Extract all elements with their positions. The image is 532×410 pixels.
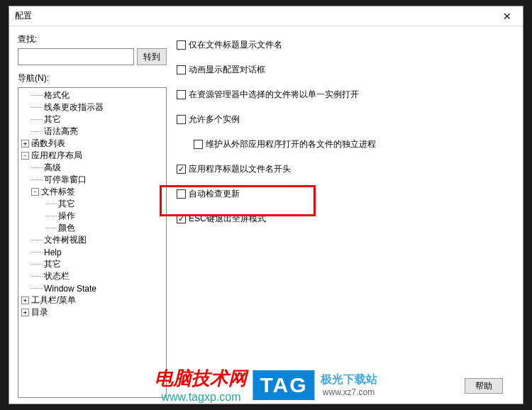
checkbox[interactable] xyxy=(177,90,186,99)
tree-item[interactable]: Help xyxy=(18,246,166,258)
option-label: 仅在文件标题显示文件名 xyxy=(189,39,282,51)
goto-button[interactable]: 转到 xyxy=(137,48,167,65)
expand-icon[interactable]: + xyxy=(21,297,29,304)
tree-item[interactable]: 语法高亮 xyxy=(18,126,166,138)
tree-item[interactable]: Window State xyxy=(18,282,166,294)
tree-item[interactable]: +函数列表 xyxy=(18,138,166,150)
tree-item-label: 线条更改指示器 xyxy=(44,101,104,113)
tree-connector xyxy=(31,179,43,180)
close-icon: ✕ xyxy=(503,11,511,22)
left-pane: 查找: 转到 导航(N): 格式化线条更改指示器其它语法高亮+函数列表-应用程序… xyxy=(18,33,167,398)
collapse-icon[interactable]: - xyxy=(31,188,39,196)
tree-connector xyxy=(31,240,43,240)
option-row: 在资源管理器中选择的文件将以单一实例打开 xyxy=(177,89,503,101)
tree-item-label: 高级 xyxy=(44,162,61,174)
checkbox[interactable] xyxy=(177,115,186,124)
tree-connector xyxy=(45,216,57,216)
tree-connector xyxy=(31,107,43,108)
tree-item[interactable]: 颜色 xyxy=(18,222,166,234)
tree-item-label: 工具栏/菜单 xyxy=(31,294,76,306)
tree-item[interactable]: -应用程序布局 xyxy=(18,150,166,162)
checkbox[interactable] xyxy=(177,40,186,50)
checkbox[interactable] xyxy=(177,214,186,223)
tree-connector xyxy=(31,276,43,277)
option-label: 维护从外部应用程序打开的各文件的独立进程 xyxy=(206,138,376,150)
option-label: 应用程序标题以文件名开头 xyxy=(189,163,291,175)
tree-item-label: 格式化 xyxy=(44,89,70,101)
collapse-icon[interactable]: - xyxy=(21,152,29,160)
tree-item[interactable]: 格式化 xyxy=(18,89,166,101)
tree-item[interactable]: 其它 xyxy=(18,113,166,126)
tree-item[interactable]: 其它 xyxy=(18,198,166,210)
tree-item[interactable]: 可停靠窗口 xyxy=(18,174,166,186)
option-row: 仅在文件标题显示文件名 xyxy=(177,39,503,51)
tree-item-label: 文件树视图 xyxy=(44,234,87,246)
tree-item-label: 操作 xyxy=(58,210,75,222)
option-row: 允许多个实例 xyxy=(177,113,503,126)
option-row: 自动检查更新 xyxy=(177,188,503,200)
tree-item[interactable]: 操作 xyxy=(18,210,166,222)
tree-item[interactable]: +目录 xyxy=(18,306,166,318)
option-row: ESC键退出全屏模式 xyxy=(177,213,503,225)
option-row: 动画显示配置对话框 xyxy=(177,64,503,76)
option-label: 自动检查更新 xyxy=(189,188,240,200)
tree-item-label: 其它 xyxy=(44,258,61,270)
tree-item-label: 函数列表 xyxy=(31,138,65,150)
help-button[interactable]: 帮助 xyxy=(465,378,503,394)
tree-connector xyxy=(31,95,43,96)
tree-item-label: Help xyxy=(44,248,62,257)
tree-item-label: 其它 xyxy=(44,113,61,126)
tree-item-label: Window State xyxy=(44,284,96,294)
option-label: ESC键退出全屏模式 xyxy=(189,213,266,225)
close-button[interactable]: ✕ xyxy=(492,6,523,26)
option-row: 维护从外部应用程序打开的各文件的独立进程 xyxy=(177,138,503,150)
tree-connector xyxy=(31,119,43,120)
tree-connector xyxy=(45,228,57,228)
nav-tree[interactable]: 格式化线条更改指示器其它语法高亮+函数列表-应用程序布局高级可停靠窗口-文件标签… xyxy=(18,87,167,398)
option-label: 允许多个实例 xyxy=(189,113,240,126)
dialog-body: 查找: 转到 导航(N): 格式化线条更改指示器其它语法高亮+函数列表-应用程序… xyxy=(9,26,523,404)
expand-icon[interactable]: + xyxy=(21,140,29,148)
tree-item[interactable]: -文件标签 xyxy=(18,186,166,198)
options-pane: 仅在文件标题显示文件名动画显示配置对话框在资源管理器中选择的文件将以单一实例打开… xyxy=(175,33,517,398)
option-row: 应用程序标题以文件名开头 xyxy=(177,163,503,175)
titlebar: 配置 ✕ xyxy=(9,6,523,26)
tree-connector xyxy=(45,204,57,204)
tree-item[interactable]: 状态栏 xyxy=(18,270,166,282)
checkbox[interactable] xyxy=(194,140,203,149)
tree-item[interactable]: 其它 xyxy=(18,258,166,270)
dialog-title: 配置 xyxy=(15,10,32,22)
tree-item[interactable]: +工具栏/菜单 xyxy=(18,294,166,306)
tree-connector xyxy=(31,131,43,132)
tree-connector xyxy=(31,167,43,168)
option-label: 在资源管理器中选择的文件将以单一实例打开 xyxy=(189,89,359,101)
option-label: 动画显示配置对话框 xyxy=(189,64,265,76)
tree-item[interactable]: 文件树视图 xyxy=(18,234,166,246)
tree-connector xyxy=(31,252,43,253)
tree-item-label: 文件标签 xyxy=(41,186,75,198)
find-input[interactable] xyxy=(18,48,134,65)
tree-item-label: 其它 xyxy=(58,198,75,210)
nav-label: 导航(N): xyxy=(18,72,167,84)
checkbox[interactable] xyxy=(177,165,186,174)
tree-connector xyxy=(31,288,43,289)
tree-connector xyxy=(31,264,43,265)
tree-item-label: 可停靠窗口 xyxy=(44,174,87,186)
find-label: 查找: xyxy=(18,33,167,45)
tree-item-label: 目录 xyxy=(31,306,48,318)
tree-item[interactable]: 高级 xyxy=(18,162,166,174)
tree-item-label: 状态栏 xyxy=(44,270,70,282)
expand-icon[interactable]: + xyxy=(21,309,29,316)
tree-item-label: 颜色 xyxy=(58,222,75,234)
tree-item-label: 语法高亮 xyxy=(44,126,78,138)
tree-item-label: 应用程序布局 xyxy=(31,150,82,162)
config-dialog: 配置 ✕ 查找: 转到 导航(N): 格式化线条更改指示器其它语法高亮+函数列表… xyxy=(9,6,523,404)
find-row: 转到 xyxy=(18,48,167,65)
checkbox[interactable] xyxy=(177,65,186,74)
tree-item[interactable]: 线条更改指示器 xyxy=(18,101,166,113)
checkbox[interactable] xyxy=(177,189,186,199)
